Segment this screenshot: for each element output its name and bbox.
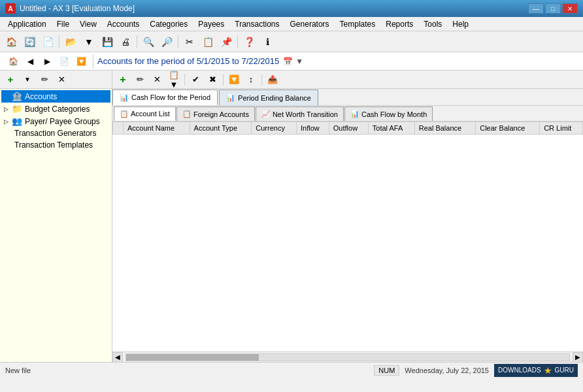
title-bar-controls: — □ ✕ [528, 3, 578, 14]
menu-view[interactable]: View [75, 18, 102, 30]
toolbar-separator-3 [178, 35, 178, 48]
budget-icon: 📁 [12, 104, 22, 114]
toolbar-magnify-button[interactable]: 🔎 [158, 34, 175, 50]
nav-filter-button[interactable]: 🔽 [73, 54, 89, 69]
tab-account-list[interactable]: 📋 Account List [114, 106, 176, 121]
address-dropdown-icon[interactable]: ▼ [295, 57, 303, 66]
title-bar-left: A Untitled - AX 3 [Evaluation Mode] [5, 3, 135, 14]
menu-reports[interactable]: Reports [380, 18, 418, 30]
toolbar-cut-button[interactable]: ✂ [181, 34, 198, 50]
cash-flow-month-icon: 📊 [350, 110, 359, 118]
content-toolbar: + ✏ ✕ 📋▼ ✔ ✖ 🔽 ↕ 📤 [112, 71, 583, 89]
tab-net-worth[interactable]: 📈 Net Worth Transition [256, 106, 344, 121]
tab-cash-flow[interactable]: 📊 Cash Flow for the Period [112, 90, 218, 105]
col-outflow[interactable]: Outflow [329, 122, 368, 135]
toolbar-paste-button[interactable]: 📌 [218, 34, 235, 50]
col-clear-balance[interactable]: Clear Balance [476, 122, 540, 135]
downloads-star-icon: ★ [544, 365, 552, 376]
scroll-track[interactable] [125, 353, 570, 361]
content-uncheck-button[interactable]: ✖ [205, 73, 220, 87]
col-account-name[interactable]: Account Name [124, 122, 190, 135]
col-marker [113, 122, 124, 135]
ct-sep-2 [223, 74, 224, 86]
sidebar-dropdown-button[interactable]: ▼ [20, 73, 35, 87]
menu-payees[interactable]: Payees [193, 18, 229, 30]
scroll-left-button[interactable]: ◀ [112, 352, 123, 363]
sidebar-edit-button[interactable]: ✏ [37, 73, 52, 87]
address-calendar-icon[interactable]: 📅 [283, 57, 293, 66]
col-real-balance[interactable]: Real Balance [414, 122, 476, 135]
main-toolbar: 🏠 🔄 📄 📂 ▼ 💾 🖨 🔍 🔎 ✂ 📋 📌 ❓ ℹ [0, 31, 583, 52]
content-check-button[interactable]: ✔ [188, 73, 203, 87]
menu-generators[interactable]: Generators [285, 18, 335, 30]
col-account-type[interactable]: Account Type [190, 122, 252, 135]
content-export-button[interactable]: 📤 [265, 73, 280, 87]
sidebar-item-generators[interactable]: Transaction Generators [1, 127, 110, 139]
col-currency[interactable]: Currency [252, 122, 297, 135]
sidebar-item-templates-label: Transaction Templates [14, 140, 93, 150]
content-edit-button[interactable]: ✏ [132, 73, 148, 87]
sidebar-item-accounts[interactable]: 🏦 Accounts [1, 90, 110, 103]
title-bar-text: Untitled - AX 3 [Evaluation Mode] [20, 4, 135, 13]
col-cr-limit[interactable]: CR Limit [540, 122, 583, 135]
cash-flow-chart-icon: 📊 [120, 93, 129, 102]
horizontal-scrollbar[interactable]: ◀ ▶ [112, 351, 583, 362]
account-table-area[interactable]: Account Name Account Type Currency Inflo… [112, 122, 583, 351]
tab-period-ending-label: Period Ending Balance [238, 94, 311, 102]
sidebar-toolbar: + ▼ ✏ ✕ [0, 71, 112, 89]
content-copy-dropdown-button[interactable]: 📋▼ [166, 73, 182, 87]
nav-back-button[interactable]: ◀ [22, 54, 38, 69]
title-bar: A Untitled - AX 3 [Evaluation Mode] — □ … [0, 0, 583, 17]
toolbar-save-button[interactable]: 💾 [99, 34, 116, 50]
downloads-text: DOWNLOADS [498, 367, 541, 374]
toolbar-copy-button[interactable]: 📋 [199, 34, 216, 50]
tab-period-ending[interactable]: 📊 Period Ending Balance [219, 90, 318, 105]
accounts-icon: 🏦 [12, 91, 22, 101]
sidebar-item-generators-label: Transaction Generators [14, 129, 97, 138]
menu-templates[interactable]: Templates [335, 18, 381, 30]
menu-accounts[interactable]: Accounts [102, 18, 144, 30]
toolbar-separator-1 [59, 35, 59, 48]
sidebar-delete-button[interactable]: ✕ [54, 73, 69, 87]
menu-file[interactable]: File [52, 18, 75, 30]
tab-cash-flow-month[interactable]: 📊 Cash Flow by Month [344, 106, 433, 121]
scroll-right-button[interactable]: ▶ [573, 352, 583, 363]
menu-application[interactable]: Application [3, 18, 52, 30]
sidebar-item-templates[interactable]: Transaction Templates [1, 139, 110, 151]
content-delete-button[interactable]: ✕ [149, 73, 165, 87]
content-sort-button[interactable]: ↕ [243, 73, 259, 87]
toolbar-print-button[interactable]: 🖨 [117, 34, 134, 50]
toolbar-help-button[interactable]: ❓ [241, 34, 258, 50]
toolbar-dropdown-button[interactable]: ▼ [80, 34, 97, 50]
menu-help[interactable]: Help [447, 18, 474, 30]
sidebar-item-budget[interactable]: ▷ 📁 Budget Categories [1, 103, 110, 115]
nav-refresh-button[interactable]: 📄 [56, 54, 72, 69]
scroll-thumb [126, 354, 259, 361]
sidebar-item-payee-label: Payer/ Payee Groups [25, 117, 100, 126]
guru-text: GURU [555, 367, 574, 374]
content-filter-button[interactable]: 🔽 [226, 73, 242, 87]
menu-categories[interactable]: Categories [144, 18, 193, 30]
sidebar-item-payee-groups[interactable]: ▷ 👥 Payer/ Payee Groups [1, 115, 110, 127]
col-total-afa[interactable]: Total AFA [368, 122, 414, 135]
nav-forward-button[interactable]: ▶ [39, 54, 55, 69]
toolbar-sync-button[interactable]: 🔄 [21, 34, 38, 50]
minimize-button[interactable]: — [528, 3, 544, 14]
col-inflow[interactable]: Inflow [297, 122, 329, 135]
tab-account-list-label: Account List [131, 110, 170, 118]
menu-tools[interactable]: Tools [418, 18, 447, 30]
menu-transactions[interactable]: Transactions [229, 18, 284, 30]
tab-foreign-accounts[interactable]: 📋 Foreign Accounts [176, 106, 255, 121]
toolbar-file-button[interactable]: 📄 [39, 34, 56, 50]
maximize-button[interactable]: □ [545, 3, 561, 14]
content-add-button[interactable]: + [115, 73, 131, 87]
toolbar-home-button[interactable]: 🏠 [3, 34, 20, 50]
toolbar-open-button[interactable]: 📂 [62, 34, 79, 50]
close-button[interactable]: ✕ [562, 3, 578, 14]
menu-bar: Application File View Accounts Categorie… [0, 17, 583, 31]
toolbar-info-button[interactable]: ℹ [259, 34, 276, 50]
status-left: New file [5, 367, 31, 374]
nav-home-button[interactable]: 🏠 [5, 54, 21, 69]
toolbar-search-button[interactable]: 🔍 [140, 34, 157, 50]
sidebar-add-button[interactable]: + [3, 73, 18, 87]
